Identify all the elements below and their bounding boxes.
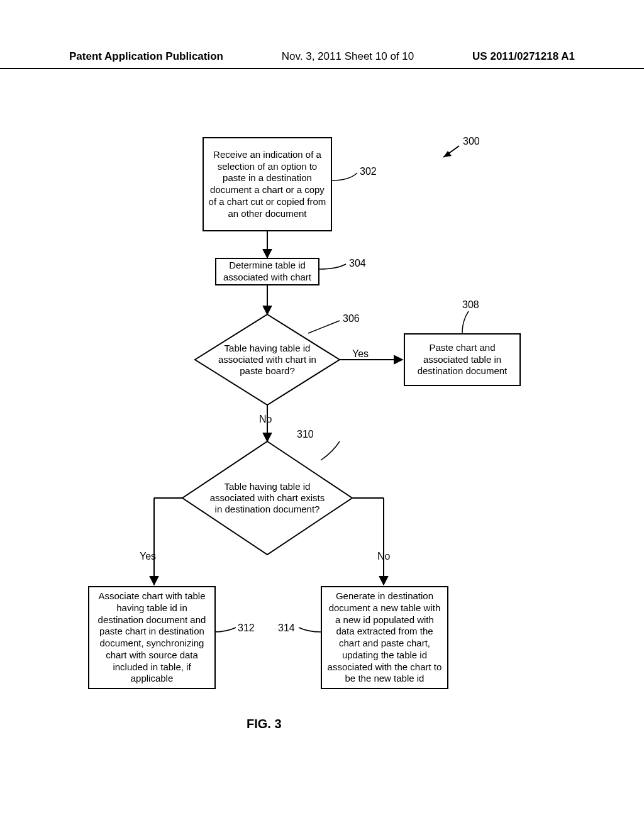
step-306-text: Table having table id associated with ch… (214, 343, 321, 377)
step-304-box: Determine table id associated with chart (215, 258, 319, 285)
step-308-text: Paste chart and associated table in dest… (409, 342, 516, 377)
step-308-box: Paste chart and associated table in dest… (404, 333, 521, 386)
step-310-text: Table having table id associated with ch… (208, 481, 327, 515)
branch-yes-306: Yes (352, 348, 369, 360)
step-312-text: Associate chart with table having table … (93, 590, 211, 685)
ref-312: 312 (238, 622, 255, 634)
step-314-text: Generate in destination document a new t… (326, 590, 443, 685)
ref-302: 302 (360, 166, 377, 177)
branch-no-310: No (377, 551, 390, 562)
step-310-box: Table having table id associated with ch… (208, 465, 327, 531)
step-314-box: Generate in destination document a new t… (321, 586, 448, 689)
ref-310: 310 (297, 429, 314, 440)
ref-306: 306 (343, 313, 360, 324)
step-304-text: Determine table id associated with chart (220, 260, 314, 284)
ref-300: 300 (463, 136, 480, 147)
ref-314: 314 (278, 622, 295, 634)
step-302-text: Receive an indication of a selection of … (208, 149, 327, 220)
step-306-box: Table having table id associated with ch… (214, 333, 321, 386)
ref-308: 308 (462, 299, 479, 311)
branch-yes-310: Yes (140, 551, 156, 562)
branch-no-306: No (259, 414, 272, 425)
flowchart-svg (0, 0, 644, 830)
ref-304: 304 (349, 258, 366, 269)
figure-title: FIG. 3 (247, 717, 282, 731)
step-312-box: Associate chart with table having table … (88, 586, 216, 689)
step-302-box: Receive an indication of a selection of … (203, 137, 332, 231)
